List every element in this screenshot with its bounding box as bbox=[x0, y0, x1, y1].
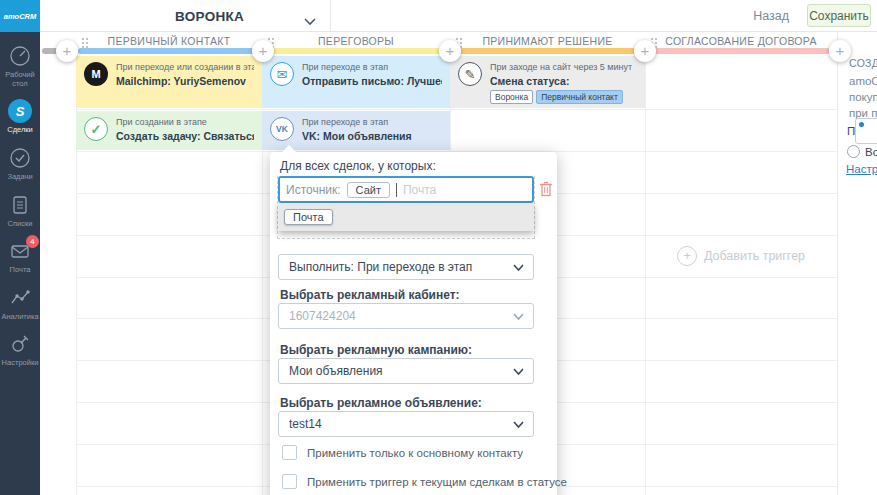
source-chip-site[interactable]: Сайт bbox=[347, 182, 390, 198]
source-placeholder: Почта bbox=[403, 183, 436, 197]
sidebar-item-label: Списки bbox=[8, 220, 33, 229]
trigger-action: Отправить письмо: Лучшее предложение bbox=[302, 75, 442, 87]
sidebar-item-label: Задачи bbox=[7, 173, 32, 182]
radio-option-1[interactable]: При bbox=[847, 125, 868, 137]
trigger-card-mailchimp[interactable]: M При переходе или создании в этапе Mail… bbox=[76, 56, 262, 108]
checkbox-label: Применить только к основному контакту bbox=[307, 447, 523, 459]
cabinet-select[interactable]: 1607424204 bbox=[278, 303, 534, 329]
cabinet-select-value: 1607424204 bbox=[289, 309, 356, 323]
mail-icon: 4 bbox=[8, 239, 32, 263]
checkbox-icon[interactable] bbox=[282, 445, 297, 460]
deals-icon: S bbox=[8, 99, 32, 123]
trigger-card-email[interactable]: ✉ При переходе в этап Отправить письмо: … bbox=[262, 56, 450, 108]
trigger-settings-modal: Для всех сделок, у которых: Источник: Са… bbox=[270, 152, 557, 495]
trigger-condition: При заходе на сайт через 5 минут bbox=[490, 62, 632, 72]
sidebar-item-deals[interactable]: S Сделки bbox=[0, 99, 40, 135]
mailchimp-icon: M bbox=[84, 62, 108, 86]
execute-select-value: Выполнить: При переходе в этап bbox=[289, 260, 472, 274]
drag-handle-icon[interactable] bbox=[82, 38, 84, 40]
condition-label: Для всех сделок, у которых: bbox=[280, 159, 436, 173]
success-stage-panel: СОЗДАТ amoCRM покупку при пол При Все На… bbox=[837, 32, 877, 495]
sidebar-item-tasks[interactable]: Задачи bbox=[0, 146, 40, 182]
panel-header: СОЗДАТ bbox=[849, 57, 877, 69]
plus-icon: + bbox=[677, 246, 697, 266]
pipeline-selector[interactable]: ВОРОНКА bbox=[40, 0, 331, 32]
checkbox-current-deals[interactable]: Применить триггер к текущим сделкам в ст… bbox=[282, 474, 567, 489]
trigger-condition: При переходе в этап bbox=[302, 62, 442, 72]
save-button[interactable]: Сохранить bbox=[807, 4, 871, 27]
drag-handle-icon[interactable] bbox=[651, 38, 653, 40]
tasks-icon bbox=[8, 146, 32, 170]
sidebar-item-settings[interactable]: Настройки bbox=[0, 332, 40, 368]
mail-unread-badge: 4 bbox=[26, 235, 39, 248]
checkbox-main-contact[interactable]: Применить только к основному контакту bbox=[282, 445, 523, 460]
pipeline-board: ПЕРВИЧНЫЙ КОНТАКТ ПЕРЕГОВОРЫ ПРИНИМАЮТ Р… bbox=[40, 32, 877, 495]
divider bbox=[76, 109, 837, 110]
radio-selected-icon[interactable] bbox=[855, 118, 877, 144]
back-button[interactable]: Назад bbox=[753, 9, 789, 23]
sidebar-item-label: Сделки bbox=[7, 126, 33, 135]
radio-icon[interactable] bbox=[847, 145, 860, 158]
add-stage-button[interactable]: + bbox=[439, 40, 461, 62]
cabinet-label: Выбрать рекламный кабинет: bbox=[280, 288, 460, 302]
radio-option-2[interactable]: Все bbox=[847, 145, 877, 158]
pipeline-title: ВОРОНКА bbox=[175, 9, 244, 24]
ad-label: Выбрать рекламное объявление: bbox=[280, 396, 482, 410]
column-header-4[interactable]: СОГЛАСОВАНИЕ ДОГОВОРА bbox=[645, 35, 837, 49]
sidebar-item-lists[interactable]: Списки bbox=[0, 193, 40, 229]
add-stage-button[interactable]: + bbox=[56, 40, 78, 62]
sidebar-item-label: Настройки bbox=[2, 359, 39, 368]
trigger-action: Смена статуса: bbox=[490, 75, 632, 87]
trigger-card-task[interactable]: ✓ При создании в этапе Создать задачу: С… bbox=[76, 111, 262, 150]
ad-select[interactable]: test14 bbox=[278, 411, 534, 437]
trigger-action: VK: Мои объявления bbox=[302, 130, 412, 142]
delete-condition-icon[interactable] bbox=[539, 181, 553, 201]
analytics-icon bbox=[8, 286, 32, 310]
stage-bar-1 bbox=[78, 48, 260, 54]
source-field-label: Источник: bbox=[286, 183, 341, 197]
panel-text: amoCRM bbox=[849, 75, 877, 87]
column-header-1[interactable]: ПЕРВИЧНЫЙ КОНТАКТ bbox=[76, 35, 262, 49]
source-input[interactable]: Источник: Сайт Почта bbox=[278, 176, 534, 203]
checkbox-label: Применить триггер к текущим сделкам в ст… bbox=[307, 476, 567, 488]
vk-icon: VK bbox=[270, 117, 294, 141]
modal-notch bbox=[282, 145, 296, 152]
campaign-select[interactable]: Мои объявления bbox=[278, 358, 534, 384]
sidebar-item-dashboard[interactable]: Рабочий стол bbox=[0, 44, 40, 88]
trigger-condition: При переходе или создании в этапе bbox=[116, 62, 254, 72]
suggestion-chip-mail[interactable]: Почта bbox=[284, 209, 333, 225]
sidebar-item-label: Аналитика bbox=[1, 313, 38, 322]
column-header-2[interactable]: ПЕРЕГОВОРЫ bbox=[262, 35, 450, 49]
add-trigger-button[interactable]: + Добавить триггер bbox=[645, 235, 837, 277]
column-title: ПРИНИМАЮТ РЕШЕНИЕ bbox=[482, 35, 612, 47]
checkbox-icon[interactable] bbox=[282, 474, 297, 489]
sidebar-item-label: Рабочий стол bbox=[0, 71, 40, 88]
stage-bar-4 bbox=[653, 48, 830, 54]
ad-select-value: test14 bbox=[289, 417, 322, 431]
column-header-3[interactable]: ПРИНИМАЮТ РЕШЕНИЕ bbox=[450, 35, 645, 49]
sidebar-item-analytics[interactable]: Аналитика bbox=[0, 286, 40, 322]
column-title: ПЕРЕГОВОРЫ bbox=[318, 35, 394, 47]
trigger-card-status-change[interactable]: ✎ При заходе на сайт через 5 минут Смена… bbox=[450, 56, 645, 108]
chevron-down-icon bbox=[303, 12, 317, 30]
campaign-select-value: Мои объявления bbox=[289, 364, 383, 378]
sidebar-item-label: Почта bbox=[10, 266, 31, 275]
add-stage-button[interactable]: + bbox=[829, 40, 851, 62]
add-stage-button[interactable]: + bbox=[634, 40, 656, 62]
send-email-icon: ✉ bbox=[270, 62, 294, 86]
status-tag: Первичный контакт bbox=[536, 90, 623, 104]
drag-handle-icon[interactable] bbox=[268, 38, 270, 40]
sidebar: amoCRM Рабочий стол S Сделки Задачи Спис… bbox=[0, 0, 40, 495]
dashboard-icon bbox=[8, 44, 32, 68]
sidebar-item-mail[interactable]: 4 Почта bbox=[0, 239, 40, 275]
pencil-icon: ✎ bbox=[458, 62, 482, 86]
configure-link[interactable]: Настрои bbox=[846, 163, 877, 175]
drag-handle-icon[interactable] bbox=[456, 38, 458, 40]
stage-bar-3 bbox=[458, 48, 636, 54]
panel-text: покупку bbox=[849, 91, 877, 103]
campaign-label: Выбрать рекламную кампанию: bbox=[280, 343, 472, 357]
column-title: СОГЛАСОВАНИЕ ДОГОВОРА bbox=[665, 35, 816, 47]
execute-select[interactable]: Выполнить: При переходе в этап bbox=[278, 254, 534, 280]
add-stage-button[interactable]: + bbox=[252, 40, 274, 62]
pipeline-tag: Воронка bbox=[490, 90, 533, 104]
